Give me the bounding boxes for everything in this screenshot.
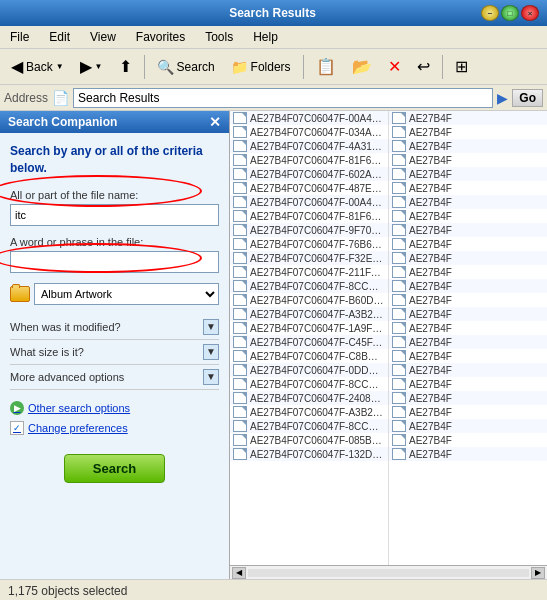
file-item-r16[interactable]: AE27B4F bbox=[389, 321, 547, 335]
go-up-button[interactable]: ⬆ bbox=[112, 54, 139, 79]
file-item-r1[interactable]: AE27B4F bbox=[389, 111, 547, 125]
forward-icon: ▶ bbox=[80, 57, 92, 76]
file-item-19[interactable]: AE27B4F07C06047F-0DDCA65A3D594050.itc bbox=[230, 363, 388, 377]
file-item-15[interactable]: AE27B4F07C06047F-A3B26C3106CA5340.itc bbox=[230, 307, 388, 321]
file-item-22[interactable]: AE27B4F07C06047F-A3B26C3106CA5350.itc bbox=[230, 405, 388, 419]
file-item-9[interactable]: AE27B4F07C06047F-9F70E0AE5BC7D810.itc bbox=[230, 223, 388, 237]
file-item-r24[interactable]: AE27B4F bbox=[389, 433, 547, 447]
file-item-r22[interactable]: AE27B4F bbox=[389, 405, 547, 419]
file-item-r4[interactable]: AE27B4F bbox=[389, 153, 547, 167]
file-item-6[interactable]: AE27B4F07C06047F-487E175EE75B2C00.itc bbox=[230, 181, 388, 195]
file-item-r5[interactable]: AE27B4F bbox=[389, 167, 547, 181]
folders-button[interactable]: 📁 Folders bbox=[224, 56, 298, 78]
views-button[interactable]: ⊞ bbox=[448, 54, 475, 79]
file-item-10[interactable]: AE27B4F07C06047F-76B6EA2110866C10.itc bbox=[230, 237, 388, 251]
menu-favorites[interactable]: Favorites bbox=[130, 28, 191, 46]
back-dropdown-icon[interactable]: ▼ bbox=[56, 62, 64, 71]
copy-to-button[interactable]: 📋 bbox=[309, 54, 343, 79]
file-item-25[interactable]: AE27B4F07C06047F-132D2899D3939560.itc bbox=[230, 447, 388, 461]
file-item-24[interactable]: AE27B4F07C06047F-085B5998FD22560.itc bbox=[230, 433, 388, 447]
file-item-r19[interactable]: AE27B4F bbox=[389, 363, 547, 377]
file-item-8[interactable]: AE27B4F07C06047F-81F6E4564B707510.itc bbox=[230, 209, 388, 223]
maximize-button[interactable]: □ bbox=[501, 5, 519, 21]
filecontent-input[interactable] bbox=[10, 251, 219, 273]
file-item-r6[interactable]: AE27B4F bbox=[389, 181, 547, 195]
file-item-2[interactable]: AE27B4F07C06047F-034A60D3115584100.itc bbox=[230, 125, 388, 139]
when-modified-expand-icon[interactable]: ▼ bbox=[203, 319, 219, 335]
file-name: AE27B4F07C06047F-8CCDE8D23E80F260.itc bbox=[250, 421, 385, 432]
menu-help[interactable]: Help bbox=[247, 28, 284, 46]
when-modified-row[interactable]: When was it modified? ▼ bbox=[10, 315, 219, 340]
file-item-r7[interactable]: AE27B4F bbox=[389, 195, 547, 209]
advanced-expand-icon[interactable]: ▼ bbox=[203, 369, 219, 385]
file-item-r2[interactable]: AE27B4F bbox=[389, 125, 547, 139]
file-item-1[interactable]: AE27B4F07C06047F-00A468C3C39B7100.itc bbox=[230, 111, 388, 125]
file-item-11[interactable]: AE27B4F07C06047F-F32E41B5F046A730.itc bbox=[230, 251, 388, 265]
forward-dropdown-icon[interactable]: ▼ bbox=[95, 62, 103, 71]
panel-close-button[interactable]: ✕ bbox=[209, 115, 221, 129]
file-icon bbox=[392, 140, 406, 152]
file-icon bbox=[392, 420, 406, 432]
file-name: AE27B4F bbox=[409, 337, 452, 348]
file-item-r18[interactable]: AE27B4F bbox=[389, 349, 547, 363]
other-search-link[interactable]: ▶ Other search options bbox=[10, 398, 219, 418]
back-button[interactable]: ◀ Back ▼ bbox=[4, 54, 71, 79]
file-icon bbox=[392, 112, 406, 124]
go-button[interactable]: Go bbox=[512, 89, 543, 107]
file-item-r9[interactable]: AE27B4F bbox=[389, 223, 547, 237]
file-item-3[interactable]: AE27B4F07C06047F-4A31BD4E492FD100.itc bbox=[230, 139, 388, 153]
forward-button[interactable]: ▶ ▼ bbox=[73, 54, 110, 79]
file-item-r11[interactable]: AE27B4F bbox=[389, 251, 547, 265]
move-to-button[interactable]: 📂 bbox=[345, 54, 379, 79]
file-item-20[interactable]: AE27B4F07C06047F-8CCDE8D23E80C250.itc bbox=[230, 377, 388, 391]
file-item-14[interactable]: AE27B4F07C06047F-B60D40080F1D2240.itc bbox=[230, 293, 388, 307]
file-item-21[interactable]: AE27B4F07C06047F-240893F2DFC21350.itc bbox=[230, 391, 388, 405]
file-item-4[interactable]: AE27B4F07C06047F-81F6E4564B707510.itc bbox=[230, 153, 388, 167]
file-name: AE27B4F bbox=[409, 239, 452, 250]
close-button[interactable]: × bbox=[521, 5, 539, 21]
file-item-16[interactable]: AE27B4F07C06047F-1A9F2C1D6CAE9640.itc bbox=[230, 321, 388, 335]
file-item-r13[interactable]: AE27B4F bbox=[389, 279, 547, 293]
scroll-track[interactable] bbox=[248, 569, 529, 577]
file-list-content: AE27B4F07C06047F-00A468C3C39B7100.itc AE… bbox=[230, 111, 547, 565]
file-item-17[interactable]: AE27B4F07C06047F-C45FAF315031AB40.itc bbox=[230, 335, 388, 349]
search-button[interactable]: 🔍 Search bbox=[150, 56, 222, 78]
file-item-r12[interactable]: AE27B4F bbox=[389, 265, 547, 279]
what-size-expand-icon[interactable]: ▼ bbox=[203, 344, 219, 360]
file-item-23[interactable]: AE27B4F07C06047F-8CCDE8D23E80F260.itc bbox=[230, 419, 388, 433]
change-preferences-link[interactable]: ✓ Change preferences bbox=[10, 418, 219, 438]
file-item-r17[interactable]: AE27B4F bbox=[389, 335, 547, 349]
scroll-right-button[interactable]: ▶ bbox=[531, 567, 545, 579]
delete-button[interactable]: ✕ bbox=[381, 54, 408, 79]
file-item-r20[interactable]: AE27B4F bbox=[389, 377, 547, 391]
filename-input[interactable] bbox=[10, 204, 219, 226]
advanced-options-row[interactable]: More advanced options ▼ bbox=[10, 365, 219, 390]
horizontal-scrollbar[interactable]: ◀ ▶ bbox=[230, 565, 547, 579]
menu-edit[interactable]: Edit bbox=[43, 28, 76, 46]
file-item-r8[interactable]: AE27B4F bbox=[389, 209, 547, 223]
file-item-5[interactable]: AE27B4F07C06047F-602A8A5D38CCA600.itc bbox=[230, 167, 388, 181]
file-item-12[interactable]: AE27B4F07C06047F-211FAD50F69FF830.itc bbox=[230, 265, 388, 279]
file-item-18[interactable]: AE27B4F07C06047F-C8BCE0FAF39EAF40.itc bbox=[230, 349, 388, 363]
file-item-r14[interactable]: AE27B4F bbox=[389, 293, 547, 307]
scroll-left-button[interactable]: ◀ bbox=[232, 567, 246, 579]
file-name: AE27B4F bbox=[409, 253, 452, 264]
address-input[interactable] bbox=[73, 88, 493, 108]
file-item-13[interactable]: AE27B4F07C06047F-8CCDE8D23E80F30.itc bbox=[230, 279, 388, 293]
window-controls[interactable]: − □ × bbox=[481, 5, 539, 21]
file-item-7[interactable]: AE27B4F07C06047F-00A468C3C39B7110.itc bbox=[230, 195, 388, 209]
file-item-r21[interactable]: AE27B4F bbox=[389, 391, 547, 405]
file-item-r3[interactable]: AE27B4F bbox=[389, 139, 547, 153]
lookin-select[interactable]: Album Artwork bbox=[34, 283, 219, 305]
menu-file[interactable]: File bbox=[4, 28, 35, 46]
minimize-button[interactable]: − bbox=[481, 5, 499, 21]
search-execute-button[interactable]: Search bbox=[64, 454, 165, 483]
menu-view[interactable]: View bbox=[84, 28, 122, 46]
what-size-row[interactable]: What size is it? ▼ bbox=[10, 340, 219, 365]
undo-button[interactable]: ↩ bbox=[410, 54, 437, 79]
file-item-r10[interactable]: AE27B4F bbox=[389, 237, 547, 251]
menu-tools[interactable]: Tools bbox=[199, 28, 239, 46]
file-item-r23[interactable]: AE27B4F bbox=[389, 419, 547, 433]
file-item-r25[interactable]: AE27B4F bbox=[389, 447, 547, 461]
file-item-r15[interactable]: AE27B4F bbox=[389, 307, 547, 321]
